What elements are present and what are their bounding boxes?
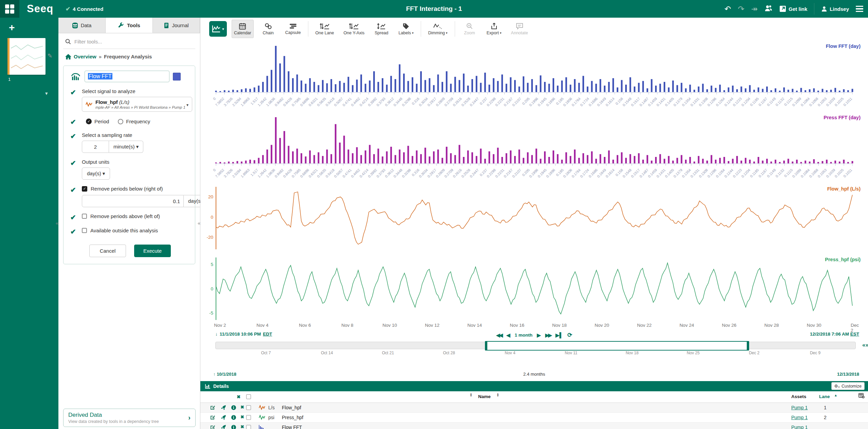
row-checkbox[interactable] [246,415,251,420]
asset-link[interactable]: Pump 1 [791,405,808,410]
remove-icon[interactable]: ✖ [240,414,244,419]
info-icon[interactable] [231,425,236,429]
worksheet-thumbnail[interactable] [7,38,46,75]
get-link-button[interactable]: Get link [779,5,807,12]
color-swatch[interactable] [173,73,181,81]
derived-data-card[interactable]: Derived Data View data created by tools … [63,409,196,427]
labels-button[interactable]: Labels ▾ [396,20,416,38]
dimming-button[interactable]: Dimming ▾ [426,20,450,38]
rocket-icon[interactable] [221,405,226,411]
lane-flow-hpf[interactable]: 200-20 Flow_hpf (L/s) [200,183,868,254]
svg-text:0.1025: 0.1025 [834,96,844,107]
remove-below-checkbox[interactable]: ✓ Remove periods below (right of) [82,186,211,192]
signal-select-dropdown[interactable]: Flow_hpf (L/s) mple-AF » All Areas » Pi … [82,97,192,112]
info-icon[interactable] [231,405,236,411]
sort-asc-icon[interactable]: ▲ [834,393,837,397]
svg-text:0.1686: 0.1686 [588,168,598,178]
remove-icon[interactable]: ✖ [240,405,244,410]
period-radio[interactable]: ✓ Period [86,119,109,124]
customize-button[interactable]: ⚙₀ Customize [831,382,865,390]
tab-data[interactable]: Data [58,18,106,33]
range-start[interactable]: ↓ 11/1/2018 10:06 PM EDT [215,332,272,337]
scrollbar-track[interactable] [215,342,856,349]
refresh-icon[interactable]: ⟳ [567,332,572,339]
info-icon[interactable] [231,415,236,421]
redo-icon[interactable]: ↷ [738,5,744,13]
name-column-header[interactable]: Name [478,394,491,399]
breadcrumb-overview[interactable]: Overview [74,54,96,59]
asset-link[interactable]: Pump 1 [791,415,808,420]
select-all-checkbox[interactable] [246,394,251,399]
step-to-end-icon[interactable]: ▶▌ [556,332,563,338]
lane-press-fft[interactable]: 07.58523.79262.52841.89631.5171.26421.08… [200,112,868,183]
app-grid-button[interactable] [0,0,19,18]
rocket-icon[interactable] [221,425,226,429]
step-forward-icon[interactable]: ▶ [537,332,541,338]
remove-all-icon[interactable]: ✖ [237,394,240,399]
step-back-fast-icon[interactable]: ◀◀ [496,332,502,338]
available-outside-checkbox[interactable]: Available outside this analysis [82,228,191,233]
sort-icon[interactable]: ▲▼ [470,393,472,397]
redo-all-icon[interactable]: ↠ [751,5,758,13]
edit-worksheet-icon[interactable]: ✎ [48,52,52,59]
item-name[interactable]: Flow_hpf [282,405,301,410]
rocket-icon[interactable] [221,415,226,421]
tab-tools[interactable]: Tools [106,18,153,33]
item-name[interactable]: Flow FFT [282,425,302,429]
tab-journal[interactable]: Journal [153,18,200,33]
edit-icon[interactable] [210,415,215,421]
sort-icon[interactable]: ▲▼ [496,393,499,397]
scrollbar-window[interactable] [486,341,748,351]
user-menu[interactable]: Lindsey [821,6,849,12]
spread-button[interactable]: Spread [372,20,391,38]
home-icon[interactable] [65,54,71,59]
svg-text:0.2616: 0.2616 [452,168,463,178]
lane-press-hpf[interactable]: 50-5 Press_hpf (psi) [200,254,868,323]
tool-name-input[interactable]: Flow FFT [85,71,169,82]
scrollbar-right-handle[interactable] [747,341,749,351]
step-back-icon[interactable]: ◀ [506,332,510,338]
sampling-rate-input[interactable] [82,141,109,153]
tools-collapse-handle[interactable]: « [198,220,200,226]
scrollbar-left-handle[interactable] [485,341,487,351]
one-y-axis-button[interactable]: One Y-Axis [341,20,367,38]
assets-column-header[interactable]: Assets [791,394,806,399]
row-checkbox[interactable] [246,425,251,429]
row-checkbox[interactable] [246,405,251,410]
export-button[interactable]: Export ▾ [484,20,504,38]
step-forward-fast-icon[interactable]: ▶▶ [545,332,551,338]
scrollbar-expand-icon[interactable]: «» [862,342,868,348]
one-lane-button[interactable]: One Lane [313,20,337,38]
users-icon[interactable] [764,5,773,13]
investigate-start[interactable]: ↑ 10/1/2018 [213,372,236,377]
display-range-bar: ↓ 11/1/2018 10:06 PM EDT ◀◀ ◀ 1 month ▶ … [200,332,868,340]
view-mode-button[interactable]: ▾ [209,21,227,37]
undo-icon[interactable]: ↶ [724,5,731,13]
sidebar-collapse-handle[interactable]: « [56,220,58,226]
capsule-button[interactable]: Capsule [283,20,303,38]
execute-button[interactable]: Execute [134,245,171,257]
lane-flow-fft[interactable]: 07.58523.79262.52841.89631.5171.26421.08… [200,41,868,112]
item-name[interactable]: Press_hpf [282,415,303,420]
output-units-dropdown[interactable]: day(s) ▾ [82,167,110,180]
lane-column-header[interactable]: Lane [819,394,830,399]
new-worksheet-button[interactable]: + [9,22,58,33]
edit-icon[interactable] [210,405,215,411]
chain-button[interactable]: Chain [258,20,278,38]
range-end[interactable]: 12/2/2018 7:06 AM EST [810,332,859,337]
edit-icon[interactable] [210,425,215,429]
frequency-radio[interactable]: Frequency [118,119,150,124]
calendar-button[interactable]: Calendar [232,20,254,38]
add-column-icon[interactable] [858,393,865,399]
sampling-unit-dropdown[interactable]: minute(s) ▾ [109,141,143,153]
cancel-button[interactable]: Cancel [89,245,126,257]
chevron-down-icon[interactable]: ▾ [45,90,48,96]
filter-tools-input[interactable] [74,39,186,44]
asset-link[interactable]: Pump 1 [791,425,808,429]
remove-below-input[interactable] [82,195,184,207]
remove-icon[interactable]: ✖ [240,424,244,429]
duration-label[interactable]: 1 month [515,333,533,338]
hamburger-menu-icon[interactable] [856,6,863,12]
remove-above-checkbox[interactable]: Remove periods above (left of) [82,213,191,219]
investigate-end[interactable]: 12/13/2018 [837,372,859,377]
